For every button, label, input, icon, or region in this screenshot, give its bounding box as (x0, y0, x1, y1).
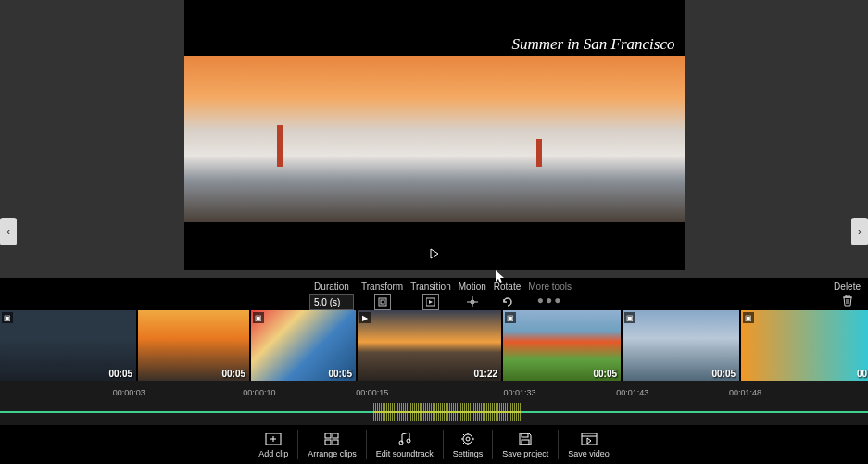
clip-item[interactable]: 00:05 (138, 310, 249, 381)
delete-label: Delete (834, 282, 861, 292)
svg-rect-6 (333, 433, 338, 438)
settings-label: Settings (453, 449, 484, 458)
save-project-label: Save project (502, 449, 548, 458)
prev-arrow[interactable]: ‹ (0, 218, 17, 245)
clip-duration: 00:05 (593, 369, 617, 379)
image-icon: ▣ (2, 312, 13, 323)
motion-group: Motion (459, 282, 486, 310)
add-clip-button[interactable]: Add clip (249, 430, 298, 459)
clip-item[interactable]: ▣ 00:05 (623, 310, 739, 381)
image-icon: ▣ (624, 312, 635, 323)
rotate-group: Rotate (494, 282, 521, 310)
audio-waveform[interactable] (0, 403, 868, 421)
bottom-toolbar: Add clip Arrange clips Edit soundtrack S… (0, 425, 868, 464)
clip-toolbar: Duration Transform Transition Motion Rot… (0, 278, 868, 310)
duration-group: Duration (309, 282, 354, 310)
motion-icon (466, 295, 479, 308)
trash-icon (841, 294, 854, 307)
time-mark: 00:00:03 (113, 388, 145, 397)
more-tools-label: More tools (528, 282, 572, 292)
gear-icon (460, 432, 475, 446)
time-ruler: 00:00:0300:00:1000:00:1500:01:3300:01:43… (0, 388, 868, 399)
clips-strip[interactable]: ▣ 00:05 00:05 ▣ 00:05 ▶ 01:22 ▣ 00:05 ▣ … (0, 310, 868, 381)
svg-rect-1 (381, 300, 384, 304)
add-clip-label: Add clip (258, 449, 288, 458)
rotate-button[interactable] (499, 294, 516, 310)
next-arrow[interactable]: › (851, 218, 868, 245)
image-icon: ▣ (505, 312, 516, 323)
transition-button[interactable] (422, 294, 439, 310)
clip-duration: 00:05 (221, 369, 245, 379)
soundtrack-label: Edit soundtrack (376, 449, 434, 458)
clip-duration: 01:22 (473, 369, 497, 379)
clip-item[interactable]: ▣ 00 (741, 310, 868, 381)
transition-label: Transition (410, 282, 451, 292)
time-mark: 00:00:10 (243, 388, 275, 397)
transform-icon (378, 297, 387, 307)
svg-rect-5 (325, 433, 331, 438)
transform-button[interactable] (374, 294, 391, 310)
time-mark: 00:01:48 (729, 388, 761, 397)
delete-button[interactable] (841, 294, 854, 309)
music-icon (397, 432, 412, 446)
time-mark: 00:01:43 (616, 388, 648, 397)
clip-duration: 00:05 (711, 369, 736, 379)
save-project-button[interactable]: Save project (493, 430, 559, 459)
save-video-button[interactable]: Save video (559, 430, 619, 459)
delete-group: Delete (834, 282, 861, 309)
settings-button[interactable]: Settings (444, 430, 494, 459)
duration-label: Duration (314, 282, 349, 292)
rotate-label: Rotate (494, 282, 521, 292)
svg-rect-13 (522, 433, 528, 437)
transition-group: Transition (410, 282, 451, 310)
svg-rect-0 (379, 298, 386, 306)
timeline[interactable]: 00:00:0300:00:1000:00:1500:01:3300:01:43… (0, 381, 868, 425)
clip-item[interactable]: ▣ 00:05 (0, 310, 136, 381)
grid-icon (324, 433, 339, 445)
title-overlay: Summer in San Francisco (511, 35, 674, 54)
play-icon (429, 248, 440, 259)
add-clip-icon (265, 433, 282, 445)
save-icon (518, 432, 533, 446)
transform-label: Transform (361, 282, 403, 292)
time-mark: 00:00:15 (356, 388, 388, 397)
clip-duration: 00 (857, 369, 867, 379)
motion-button[interactable] (464, 294, 481, 310)
arrange-label: Arrange clips (308, 449, 357, 458)
clip-duration: 00:05 (108, 369, 132, 379)
svg-point-12 (466, 437, 470, 441)
svg-rect-7 (325, 440, 331, 445)
preview-image (184, 56, 685, 222)
time-mark: 00:01:33 (503, 388, 535, 397)
video-icon: ▶ (359, 312, 371, 323)
preview-area: Summer in San Francisco ‹ › (0, 0, 868, 278)
preview-frame: Summer in San Francisco (184, 0, 685, 270)
motion-label: Motion (459, 282, 486, 292)
clip-item[interactable]: ▣ 00:05 (251, 310, 356, 381)
clip-item[interactable]: ▶ 01:22 (358, 310, 501, 381)
clip-item[interactable]: ▣ 00:05 (503, 310, 621, 381)
rotate-icon (501, 295, 514, 308)
play-button[interactable] (429, 248, 440, 262)
image-icon: ▣ (743, 312, 754, 323)
transform-group: Transform (361, 282, 403, 310)
export-video-icon (581, 433, 598, 445)
svg-rect-14 (522, 440, 529, 445)
image-icon: ▣ (253, 312, 264, 323)
save-video-label: Save video (568, 449, 610, 458)
more-tools-group: More tools ●●● (528, 282, 572, 307)
edit-soundtrack-button[interactable]: Edit soundtrack (367, 430, 444, 459)
more-tools-button[interactable]: ●●● (537, 294, 563, 307)
transition-icon (426, 297, 435, 307)
duration-input[interactable] (309, 294, 354, 310)
arrange-clips-button[interactable]: Arrange clips (298, 430, 367, 459)
svg-rect-8 (333, 440, 338, 445)
clip-duration: 00:05 (328, 369, 352, 379)
